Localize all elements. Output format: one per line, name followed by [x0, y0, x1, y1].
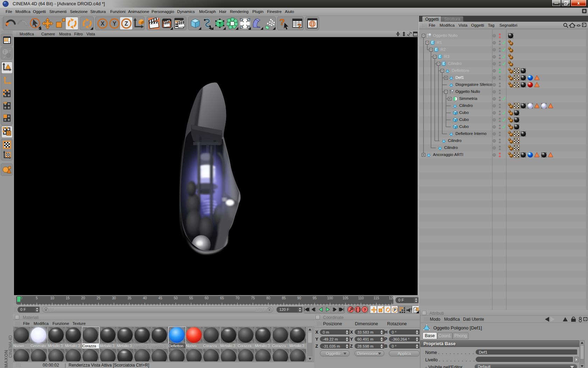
svg-text:Y: Y: [113, 21, 117, 27]
svg-text:X: X: [101, 21, 105, 27]
svg-text:?: ?: [279, 18, 285, 27]
svg-text:?: ?: [364, 308, 366, 312]
svg-text:Z: Z: [125, 21, 128, 27]
svg-text:P: P: [394, 308, 396, 312]
svg-text:?: ?: [298, 23, 301, 29]
